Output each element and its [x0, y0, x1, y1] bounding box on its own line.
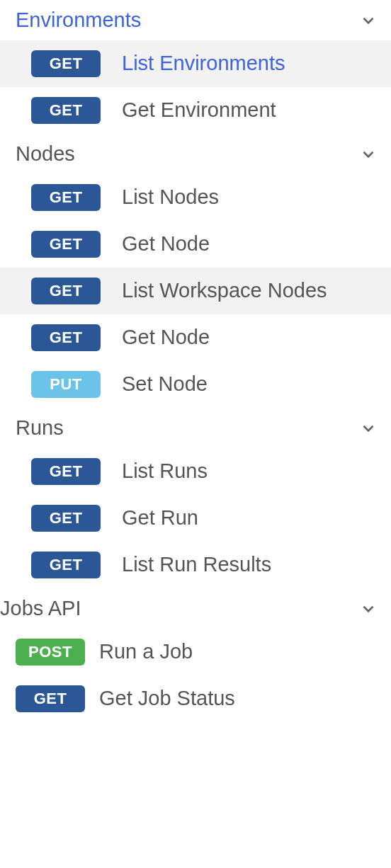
- item-label: List Workspace Nodes: [122, 278, 327, 304]
- method-badge: PUT: [31, 371, 101, 398]
- section-header-jobs-api[interactable]: Jobs API: [0, 588, 391, 629]
- nav-item-list-nodes[interactable]: GET List Nodes: [0, 174, 391, 221]
- item-label: Get Job Status: [99, 685, 235, 712]
- nav-item-get-job-status[interactable]: GET Get Job Status: [0, 675, 391, 722]
- section-header-runs[interactable]: Runs: [0, 408, 391, 448]
- item-label: List Environments: [122, 50, 285, 77]
- nav-item-get-node-2[interactable]: GET Get Node: [0, 314, 391, 361]
- method-badge: GET: [31, 552, 101, 578]
- nav-item-run-a-job[interactable]: POST Run a Job: [0, 629, 391, 675]
- section-title: Runs: [16, 416, 64, 440]
- nav-item-list-environments[interactable]: GET List Environments: [0, 40, 391, 87]
- chevron-down-icon: [358, 11, 378, 30]
- nav-item-list-runs[interactable]: GET List Runs: [0, 448, 391, 495]
- nav-item-list-workspace-nodes[interactable]: GET List Workspace Nodes: [0, 268, 391, 314]
- item-label: Get Environment: [122, 97, 276, 124]
- nav-item-list-run-results[interactable]: GET List Run Results: [0, 542, 391, 588]
- nav-item-get-environment[interactable]: GET Get Environment: [0, 87, 391, 134]
- method-badge: GET: [31, 324, 101, 351]
- nav-item-get-run[interactable]: GET Get Run: [0, 495, 391, 542]
- method-badge: GET: [31, 97, 101, 124]
- item-label: List Run Results: [122, 552, 271, 578]
- method-badge: GET: [31, 231, 101, 258]
- item-label: Get Run: [122, 505, 198, 532]
- method-badge: GET: [31, 278, 101, 304]
- section-title: Environments: [16, 8, 141, 32]
- nav-item-get-node[interactable]: GET Get Node: [0, 221, 391, 268]
- chevron-down-icon: [358, 418, 378, 438]
- method-badge: GET: [31, 50, 101, 77]
- item-label: List Nodes: [122, 184, 219, 211]
- method-badge: GET: [31, 458, 101, 485]
- method-badge: POST: [16, 639, 85, 666]
- section-header-environments[interactable]: Environments: [0, 0, 391, 40]
- item-label: Run a Job: [99, 639, 193, 666]
- section-header-nodes[interactable]: Nodes: [0, 134, 391, 174]
- method-badge: GET: [31, 505, 101, 532]
- section-title: Jobs API: [0, 597, 81, 620]
- item-label: Get Node: [122, 231, 210, 258]
- method-badge: GET: [31, 184, 101, 211]
- section-title: Nodes: [16, 142, 75, 166]
- item-label: Get Node: [122, 324, 210, 351]
- item-label: Set Node: [122, 371, 208, 398]
- item-label: List Runs: [122, 458, 208, 485]
- chevron-down-icon: [358, 144, 378, 164]
- chevron-down-icon: [358, 599, 378, 619]
- nav-item-set-node[interactable]: PUT Set Node: [0, 361, 391, 408]
- method-badge: GET: [16, 685, 85, 712]
